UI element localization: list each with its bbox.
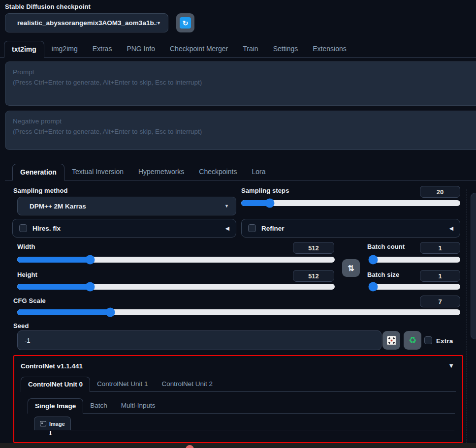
batch-size-input[interactable]: 1 xyxy=(420,270,460,282)
column-resize-divider[interactable] xyxy=(467,189,467,443)
random-seed-button[interactable] xyxy=(382,331,400,350)
tab-image[interactable]: Image xyxy=(34,417,71,430)
width-slider[interactable] xyxy=(17,257,335,263)
hires-fix-checkbox[interactable] xyxy=(19,224,27,232)
extra-seed-label: Extra xyxy=(436,337,453,345)
tab-png-info[interactable]: PNG Info xyxy=(119,41,162,57)
controlnet-panel: ControlNet v1.1.441 ▼ ControlNet Unit 0 … xyxy=(13,355,463,443)
chevron-down-icon: ▼ xyxy=(224,204,229,209)
negative-prompt-input[interactable]: Negative prompt (Press Ctrl+Enter to gen… xyxy=(5,111,476,150)
width-label: Width xyxy=(17,243,35,250)
slider-handle[interactable] xyxy=(369,282,378,292)
text-cursor: I xyxy=(49,429,52,437)
cfg-scale-input[interactable]: 7 xyxy=(420,296,460,307)
controlnet-image-tab-bar: Image xyxy=(34,416,454,430)
accordion-collapsed-icon[interactable]: ◀ xyxy=(225,225,229,232)
checkpoint-value: realistic_abyssorangemix3AOM3_aom3a1b.sa… xyxy=(17,19,157,27)
image-tab-label: Image xyxy=(49,421,65,427)
sampling-method-label: Sampling method xyxy=(13,187,68,194)
bottom-strip xyxy=(0,443,476,448)
tab-controlnet-unit-0[interactable]: ControlNet Unit 0 xyxy=(21,377,90,392)
slider-handle[interactable] xyxy=(86,282,95,292)
sampling-steps-input[interactable]: 20 xyxy=(420,186,460,198)
tab-hypernetworks[interactable]: Hypernetworks xyxy=(131,164,191,180)
height-input[interactable]: 512 xyxy=(293,270,334,282)
controlnet-title: ControlNet v1.1.441 xyxy=(21,362,83,370)
slider-handle[interactable] xyxy=(265,199,274,208)
accordion-collapsed-icon[interactable]: ◀ xyxy=(449,225,453,232)
main-tab-bar: txt2img img2img Extras PNG Info Checkpoi… xyxy=(0,41,476,58)
accordion-expanded-icon[interactable]: ▼ xyxy=(448,362,454,369)
tab-checkpoint-merger[interactable]: Checkpoint Merger xyxy=(162,41,235,57)
reuse-seed-button[interactable]: ♻ xyxy=(404,331,421,350)
generation-tab-bar: Generation Textual Inversion Hypernetwor… xyxy=(5,162,476,180)
batch-count-slider[interactable] xyxy=(371,257,460,263)
slider-fill xyxy=(17,257,90,263)
right-panel-edge xyxy=(471,193,476,339)
tab-settings[interactable]: Settings xyxy=(266,41,306,57)
refiner-accordion[interactable]: Refiner ◀ xyxy=(241,219,460,238)
refresh-checkpoints-button[interactable]: ↻ xyxy=(176,13,194,32)
tab-lora[interactable]: Lora xyxy=(244,164,273,180)
prompt-input[interactable]: Prompt (Press Ctrl+Enter to generate, Al… xyxy=(5,61,476,106)
tab-img2img[interactable]: img2img xyxy=(44,41,85,57)
swap-arrows-icon: ⇅ xyxy=(348,264,354,273)
seed-label: Seed xyxy=(13,322,29,329)
batch-count-input[interactable]: 1 xyxy=(420,242,460,254)
sampling-method-dropdown[interactable]: DPM++ 2M Karras ▼ xyxy=(17,197,236,215)
refiner-checkbox[interactable] xyxy=(248,224,256,232)
height-label: Height xyxy=(17,271,37,278)
tab-train[interactable]: Train xyxy=(235,41,265,57)
checkpoint-label: Stable Diffusion checkpoint xyxy=(5,3,91,10)
hires-fix-accordion[interactable]: Hires. fix ◀ xyxy=(12,219,236,238)
refresh-icon: ↻ xyxy=(180,17,191,29)
tab-controlnet-unit-2[interactable]: ControlNet Unit 2 xyxy=(155,377,220,391)
slider-handle[interactable] xyxy=(369,255,378,265)
tab-generation[interactable]: Generation xyxy=(12,164,64,180)
tab-extras[interactable]: Extras xyxy=(85,41,120,57)
swap-dimensions-button[interactable]: ⇅ xyxy=(342,259,360,277)
batch-count-label: Batch count xyxy=(367,243,405,250)
batch-size-label: Batch size xyxy=(367,271,399,278)
chevron-down-icon: ▼ xyxy=(157,21,161,26)
controlnet-unit-tab-bar: ControlNet Unit 0 ControlNet Unit 1 Cont… xyxy=(21,376,456,392)
controlnet-input-tab-bar: Single Image Batch Multi-Inputs xyxy=(28,397,455,414)
refiner-label: Refiner xyxy=(261,225,285,232)
batch-size-slider[interactable] xyxy=(371,284,460,290)
tab-batch[interactable]: Batch xyxy=(83,398,114,413)
tab-checkpoints[interactable]: Checkpoints xyxy=(191,164,244,180)
width-input[interactable]: 512 xyxy=(293,242,334,254)
cfg-scale-label: CFG Scale xyxy=(13,297,46,304)
slider-handle[interactable] xyxy=(86,255,95,265)
recycle-icon: ♻ xyxy=(409,336,416,345)
tab-extensions[interactable]: Extensions xyxy=(305,41,353,57)
hires-fix-label: Hires. fix xyxy=(32,225,61,232)
slider-fill xyxy=(17,309,110,315)
height-slider[interactable] xyxy=(17,284,335,290)
tab-txt2img[interactable]: txt2img xyxy=(4,41,44,58)
slider-handle[interactable] xyxy=(106,308,115,317)
extra-seed-checkbox[interactable] xyxy=(424,336,432,344)
slider-fill xyxy=(17,284,90,290)
sampling-steps-label: Sampling steps xyxy=(241,187,289,194)
tab-multi-inputs[interactable]: Multi-Inputs xyxy=(114,398,162,413)
checkpoint-dropdown[interactable]: realistic_abyssorangemix3AOM3_aom3a1b.sa… xyxy=(5,13,168,32)
dice-icon xyxy=(387,336,396,345)
sampling-steps-slider[interactable] xyxy=(241,200,460,206)
image-icon xyxy=(40,421,46,426)
tab-controlnet-unit-1[interactable]: ControlNet Unit 1 xyxy=(90,377,155,391)
seed-input[interactable]: -1 xyxy=(17,330,381,350)
sampling-method-value: DPM++ 2M Karras xyxy=(30,203,86,210)
tab-single-image[interactable]: Single Image xyxy=(28,398,83,414)
tab-textual-inversion[interactable]: Textual Inversion xyxy=(64,164,131,180)
cfg-scale-slider[interactable] xyxy=(17,309,460,315)
